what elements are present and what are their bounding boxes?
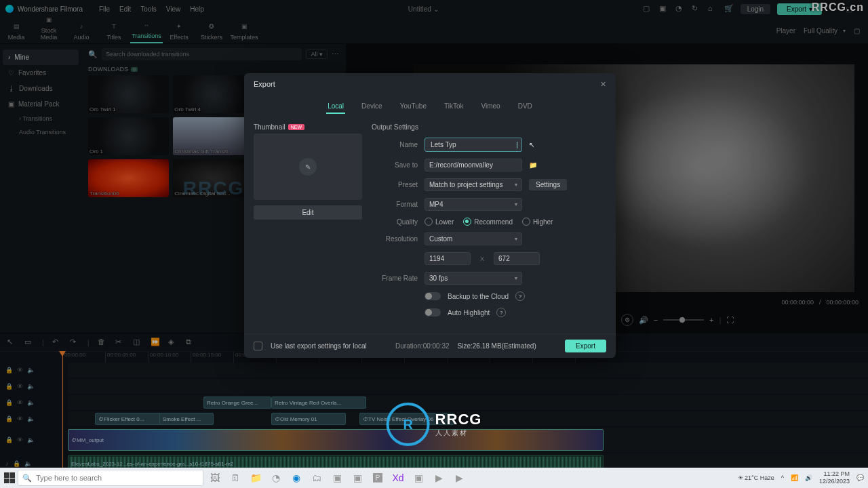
export-tabs: Local Device YouTube TikTok Vimeo DVD	[244, 96, 616, 118]
taskbar-app-icon[interactable]: Xd	[389, 469, 407, 487]
taskbar-app-icon[interactable]: ◔	[267, 469, 285, 487]
res-width-input[interactable]: 1194	[425, 252, 471, 265]
clock-date[interactable]: 12/26/2023	[819, 478, 850, 485]
thumbnail-preview[interactable]: ✎	[254, 134, 362, 200]
preset-select[interactable]: Match to project settings▾	[425, 178, 522, 191]
export-duration: Duration:00:00:32	[395, 342, 450, 350]
pencil-icon: ✎	[299, 158, 317, 176]
export-dialog: Export✕ Local Device YouTube TikTok Vime…	[244, 73, 616, 358]
auto-highlight-toggle[interactable]	[425, 308, 441, 317]
new-badge: NEW	[288, 124, 304, 130]
weather-widget[interactable]: ☀ 21°C Haze	[738, 474, 774, 481]
help-icon[interactable]: ?	[496, 308, 506, 317]
export-tab-local[interactable]: Local	[326, 100, 345, 114]
edit-thumbnail-button[interactable]: Edit	[254, 205, 362, 220]
taskbar-app-icon[interactable]: ▶	[450, 469, 468, 487]
preset-settings-button[interactable]: Settings	[529, 179, 567, 190]
cursor-icon: ↖	[529, 141, 534, 148]
format-select[interactable]: MP4▾	[425, 198, 522, 211]
auto-highlight-label: Auto Highlight	[448, 309, 490, 317]
framerate-label: Frame Rate	[372, 274, 418, 282]
taskbar-app-icon[interactable]: ▶	[430, 469, 448, 487]
resolution-select[interactable]: Custom▾	[425, 232, 522, 245]
taskbar-app-icon[interactable]: 📁	[247, 469, 264, 487]
export-confirm-button[interactable]: Export	[565, 340, 606, 352]
windows-taskbar: 🔍Type here to search 🖼 🗓 📁 ◔ ◉ 🗂 ▣ ▣ 🅿 X…	[0, 468, 868, 488]
preset-label: Preset	[372, 181, 418, 188]
dialog-title: Export	[254, 80, 275, 89]
resolution-label: Resolution	[372, 235, 418, 243]
export-tab-device[interactable]: Device	[360, 100, 384, 114]
quality-label: Quality	[372, 218, 418, 226]
tray-wifi-icon[interactable]: 📶	[791, 474, 798, 481]
export-tab-vimeo[interactable]: Vimeo	[480, 100, 502, 114]
framerate-select[interactable]: 30 fps▾	[425, 272, 522, 285]
quality-lower-radio[interactable]: Lower	[425, 218, 454, 226]
taskbar-app-icon[interactable]: 🅿	[369, 469, 387, 487]
help-icon[interactable]: ?	[515, 291, 525, 301]
taskbar-edge-icon[interactable]: ◉	[288, 469, 305, 487]
taskbar-search[interactable]: 🔍Type here to search	[18, 470, 203, 486]
taskbar-app-icon[interactable]: ▣	[349, 469, 366, 487]
tray-chevron-icon[interactable]: ^	[781, 474, 784, 481]
taskbar-app-icon[interactable]: 🖼	[206, 469, 224, 487]
res-height-input[interactable]: 672	[494, 252, 540, 265]
quality-recommend-radio[interactable]: Recommend	[463, 218, 513, 226]
uselast-checkbox[interactable]	[254, 342, 262, 350]
name-label: Name	[372, 141, 418, 148]
backup-label: Backup to the Cloud	[448, 293, 509, 300]
saveto-label: Save to	[372, 161, 418, 169]
uselast-label: Use last export settings for local	[271, 342, 367, 350]
export-tab-tiktok[interactable]: TikTok	[443, 100, 465, 114]
res-x-label: X	[480, 256, 484, 262]
taskbar-app-icon[interactable]: 🗓	[226, 469, 244, 487]
name-input[interactable]	[425, 138, 522, 152]
clock-time[interactable]: 11:22 PM	[819, 470, 850, 478]
thumbnail-label: Thumbnail	[254, 123, 285, 131]
taskbar-app-icon[interactable]: ▣	[328, 469, 346, 487]
folder-icon[interactable]: 📁	[529, 161, 537, 169]
export-size: Size:26.18 MB(Estimated)	[458, 342, 536, 350]
search-icon: 🔍	[22, 474, 32, 483]
format-label: Format	[372, 201, 418, 208]
backup-toggle[interactable]	[425, 292, 441, 300]
start-button[interactable]	[4, 472, 15, 483]
taskbar-app-icon[interactable]: ▣	[410, 469, 427, 487]
export-tab-youtube[interactable]: YouTube	[399, 100, 428, 114]
tray-volume-icon[interactable]: 🔊	[805, 474, 812, 481]
dialog-close-icon[interactable]: ✕	[600, 80, 606, 89]
taskbar-app-icon[interactable]: 🗂	[308, 469, 326, 487]
output-settings-header: Output Settings	[372, 123, 602, 131]
notifications-tray-icon[interactable]: 💬	[856, 474, 864, 481]
export-tab-dvd[interactable]: DVD	[517, 100, 534, 114]
saveto-input[interactable]: E:/record/moonvalley	[425, 159, 522, 171]
quality-higher-radio[interactable]: Higher	[522, 218, 553, 226]
